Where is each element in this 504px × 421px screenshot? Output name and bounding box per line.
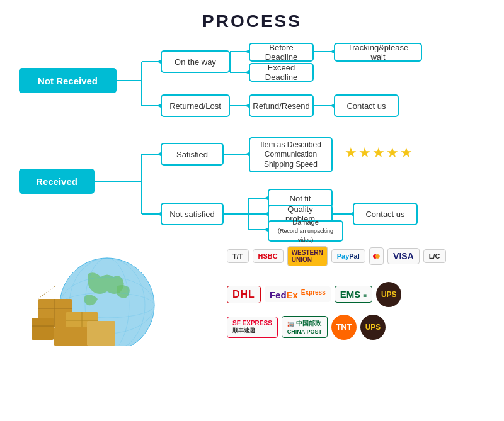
paypal-badge: PayPal	[331, 249, 365, 263]
svg-rect-51	[87, 321, 115, 346]
not-received-box: Not Received	[19, 68, 117, 93]
svg-rect-48	[32, 318, 54, 340]
ems-badge: EMS ≡	[335, 286, 373, 303]
not-satisfied-box: Not satisfied	[161, 203, 224, 225]
mastercard-badge: ●●	[369, 247, 384, 265]
tt-badge: T/T	[227, 249, 249, 263]
payment-methods: T/T HSBC WESTERNUNION PayPal ●● VISA L/C…	[214, 236, 485, 349]
shipping-row-1: DHL FedEx Express EMS ≡ UPS	[227, 282, 485, 307]
shipping-row-2: SF EXPRESS顺丰速递 🏣 中国邮政CHINA POST TNT UPS	[227, 315, 485, 340]
rating-stars: ★ ★ ★ ★ ★	[344, 145, 413, 161]
tracking-box: Tracking&please wait	[334, 43, 422, 62]
before-deadline-box: Before Deadline	[249, 43, 314, 62]
exceed-deadline-box: Exceed Deadline	[249, 63, 314, 82]
ups-badge-1: UPS	[376, 282, 401, 307]
lc-badge: L/C	[423, 249, 446, 263]
damage-box: Damage(Record an unpacking video)	[268, 220, 343, 242]
svg-line-52	[38, 286, 55, 299]
payment-row-1: T/T HSBC WESTERNUNION PayPal ●● VISA L/C	[227, 246, 485, 266]
tnt-badge: TNT	[331, 315, 357, 340]
chinapost-badge: 🏣 中国邮政CHINA POST	[282, 316, 328, 338]
contact-us-box-1: Contact us	[334, 94, 399, 117]
received-box: Received	[19, 169, 94, 194]
on-the-way-box: On the way	[161, 50, 230, 73]
returned-lost-box: Returned/Lost	[161, 94, 230, 117]
contact-us-box-2: Contact us	[353, 203, 418, 225]
visa-badge: VISA	[387, 248, 420, 264]
svg-rect-50	[54, 327, 91, 346]
refund-resend-box: Refund/Resend	[249, 94, 314, 117]
page-title: PROCESS	[0, 0, 504, 38]
satisfied-box: Satisfied	[161, 143, 224, 166]
ups-badge-2: UPS	[360, 315, 386, 340]
dhl-badge: DHL	[227, 286, 261, 303]
sf-badge: SF EXPRESS顺丰速递	[227, 317, 278, 338]
item-described-box: Item as DescribedCommunicationShipping S…	[249, 137, 333, 172]
wu-badge: WESTERNUNION	[287, 246, 328, 266]
hsbc-badge: HSBC	[253, 249, 284, 263]
globe-image	[19, 236, 214, 349]
fedex-badge: FedEx Express	[265, 286, 331, 303]
